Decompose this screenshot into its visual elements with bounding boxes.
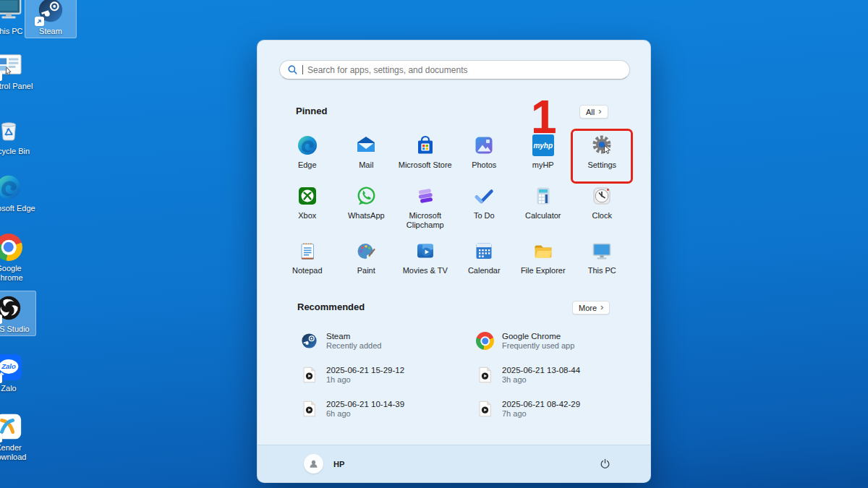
pinned-app-photos[interactable]: Photos bbox=[455, 131, 513, 181]
recommended-item-subtitle: 3h ago bbox=[502, 375, 580, 385]
recommended-item-video-4[interactable]: 2025-06-21 08-42-297h ago bbox=[473, 397, 616, 421]
pinned-app-label: Movies & TV bbox=[403, 266, 448, 275]
recycle-bin-icon bbox=[0, 116, 23, 145]
desktop-icon-recycle-bin[interactable]: Recycle Bin bbox=[0, 113, 36, 158]
all-button-label: All bbox=[586, 108, 595, 116]
chevron-right-icon: › bbox=[598, 106, 601, 116]
pinned-app-movies-tv[interactable]: Movies & TV bbox=[396, 236, 454, 287]
recommended-item-subtitle: 7h ago bbox=[502, 409, 580, 419]
video-file-icon bbox=[300, 366, 318, 384]
this-pc-icon bbox=[590, 239, 613, 262]
recommended-item-title: 2025-06-21 13-08-44 bbox=[502, 365, 580, 375]
edge-icon bbox=[0, 173, 23, 202]
recommended-item-title: 2025-06-21 10-14-39 bbox=[326, 399, 404, 409]
calendar-icon bbox=[472, 239, 495, 262]
shortcut-arrow-icon bbox=[0, 433, 2, 442]
pinned-app-microsoft-store[interactable]: Microsoft Store bbox=[396, 131, 454, 181]
start-menu: Pinned All › 1 Edge Mail Microsoft Store… bbox=[257, 40, 651, 483]
pinned-app-mail[interactable]: Mail bbox=[337, 131, 395, 181]
recommended-item-subtitle: 1h ago bbox=[326, 375, 404, 385]
pinned-app-xbox[interactable]: Xbox bbox=[278, 181, 336, 236]
recommended-item-google-chrome[interactable]: Google ChromeFrequently used app bbox=[473, 329, 616, 353]
calculator-icon bbox=[532, 184, 555, 207]
more-button[interactable]: More › bbox=[572, 301, 610, 314]
pinned-app-label: This PC bbox=[588, 266, 616, 275]
video-file-icon bbox=[476, 366, 494, 384]
pinned-app-settings[interactable]: Settings bbox=[573, 131, 631, 181]
recommended-item-title: Steam bbox=[326, 331, 381, 341]
recommended-section-title: Recommended bbox=[297, 301, 365, 312]
desktop-icon-google-chrome[interactable]: Google Chrome bbox=[0, 230, 36, 285]
pinned-app-label: Microsoft Store bbox=[399, 160, 452, 170]
desktop-icon-control-panel[interactable]: Control Panel bbox=[0, 48, 36, 93]
pinned-app-calendar[interactable]: Calendar bbox=[455, 236, 513, 287]
pinned-app-myhp[interactable]: myhp myHP bbox=[514, 131, 572, 181]
myhp-wordmark: myhp bbox=[532, 134, 554, 156]
pinned-app-whatsapp[interactable]: WhatsApp bbox=[337, 181, 395, 236]
desktop-icon-zalo[interactable]: Zalo Zalo bbox=[0, 350, 36, 395]
desktop-icon-obs-studio[interactable]: OBS Studio bbox=[0, 291, 36, 336]
zalo-icon: Zalo bbox=[0, 353, 23, 382]
pinned-app-label: Calendar bbox=[468, 266, 501, 275]
pinned-app-label: Clock bbox=[592, 211, 612, 221]
pinned-app-this-pc[interactable]: This PC bbox=[573, 236, 631, 287]
pinned-app-notepad[interactable]: Notepad bbox=[278, 236, 336, 287]
mail-icon bbox=[354, 134, 378, 157]
desktop-icon-xender-download[interactable]: Xender Download bbox=[0, 409, 36, 464]
user-avatar-icon bbox=[304, 454, 323, 474]
pinned-app-clock[interactable]: Clock bbox=[573, 181, 631, 236]
control-panel-icon bbox=[0, 51, 23, 80]
chrome-icon bbox=[476, 332, 494, 350]
search-bar[interactable] bbox=[279, 60, 630, 80]
photos-icon bbox=[472, 134, 495, 157]
recommended-item-video-2[interactable]: 2025-06-21 13-08-443h ago bbox=[473, 363, 616, 387]
user-button[interactable]: HP bbox=[299, 452, 349, 476]
chrome-icon bbox=[0, 233, 23, 262]
pinned-app-label: Notepad bbox=[292, 266, 323, 275]
recommended-item-steam[interactable]: SteamRecently added bbox=[297, 329, 473, 353]
desktop-icon-label: Google Chrome bbox=[0, 264, 35, 283]
search-input[interactable] bbox=[307, 65, 622, 75]
video-file-icon bbox=[476, 400, 494, 418]
user-name: HP bbox=[333, 460, 344, 468]
pinned-app-file-explorer[interactable]: File Explorer bbox=[514, 236, 572, 287]
desktop-icon-label: Microsoft Edge bbox=[0, 204, 35, 213]
all-button[interactable]: All › bbox=[579, 105, 608, 119]
desktop-icon-label: Xender Download bbox=[0, 443, 35, 462]
pinned-app-label: WhatsApp bbox=[348, 211, 385, 221]
microsoft-store-icon bbox=[414, 134, 437, 157]
chevron-right-icon: › bbox=[600, 302, 603, 312]
shortcut-arrow-icon bbox=[0, 72, 2, 81]
xbox-icon bbox=[296, 184, 319, 207]
pinned-app-to-do[interactable]: To Do bbox=[455, 181, 513, 236]
pinned-app-label: Edge bbox=[298, 160, 317, 170]
desktop-icon-label: Zalo bbox=[1, 384, 16, 393]
pinned-app-label: To Do bbox=[474, 211, 495, 221]
pinned-app-label: Mail bbox=[359, 160, 373, 170]
desktop-icon-label: Steam bbox=[39, 27, 62, 36]
recommended-item-video-1[interactable]: 2025-06-21 15-29-121h ago bbox=[297, 363, 473, 387]
pinned-app-edge[interactable]: Edge bbox=[278, 131, 336, 181]
desktop-icon-label: OBS Studio bbox=[0, 325, 30, 334]
edge-icon bbox=[296, 134, 319, 157]
pinned-app-calculator[interactable]: Calculator bbox=[514, 181, 572, 236]
pinned-app-label: myHP bbox=[532, 160, 554, 170]
myhp-icon: myhp bbox=[532, 134, 555, 157]
recommended-item-subtitle: Recently added bbox=[326, 341, 381, 351]
desktop-icon-label: Recycle Bin bbox=[0, 147, 30, 156]
steam-icon bbox=[36, 0, 65, 25]
file-explorer-icon bbox=[532, 239, 555, 262]
recommended-item-title: 2025-06-21 15-29-12 bbox=[326, 365, 404, 375]
video-file-icon bbox=[300, 400, 318, 418]
pinned-section-title: Pinned bbox=[296, 106, 327, 116]
power-button[interactable] bbox=[594, 453, 616, 475]
pinned-apps-grid: Edge Mail Microsoft Store Photos myhp my… bbox=[278, 131, 631, 287]
desktop-icon-steam[interactable]: Steam bbox=[25, 0, 77, 38]
desktop-icon-microsoft-edge[interactable]: Microsoft Edge bbox=[0, 170, 36, 215]
pinned-app-label: Xbox bbox=[298, 211, 316, 221]
pinned-app-clipchamp[interactable]: Microsoft Clipchamp bbox=[396, 181, 454, 236]
clipchamp-icon bbox=[414, 184, 437, 207]
movies-tv-icon bbox=[414, 239, 437, 262]
recommended-item-video-3[interactable]: 2025-06-21 10-14-396h ago bbox=[297, 397, 473, 421]
pinned-app-paint[interactable]: Paint bbox=[337, 236, 395, 287]
